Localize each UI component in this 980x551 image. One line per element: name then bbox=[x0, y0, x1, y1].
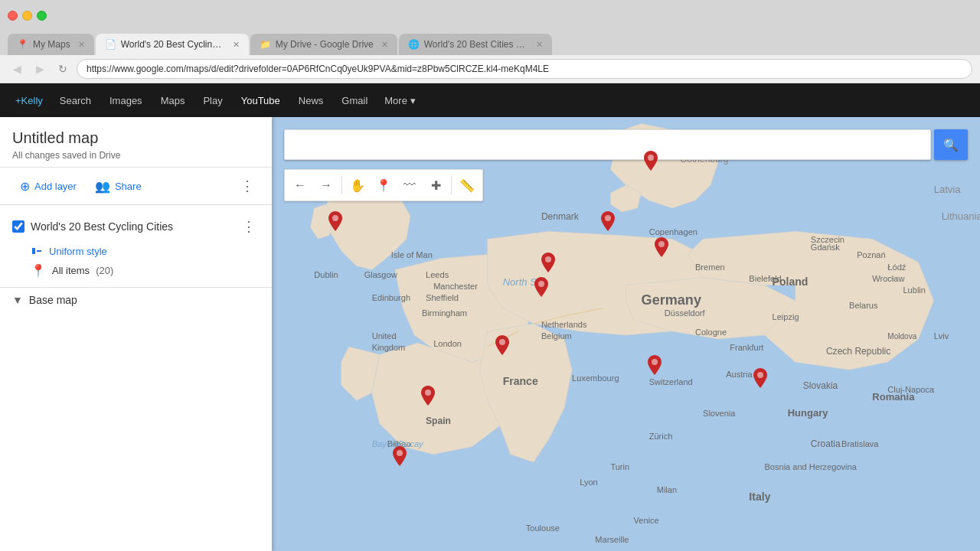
back-button[interactable]: ◀ bbox=[8, 60, 26, 78]
sidebar: Untitled map All changes saved in Drive … bbox=[0, 117, 272, 551]
marker-button[interactable]: 📍 bbox=[371, 173, 396, 197]
svg-text:Poznań: Poznań bbox=[857, 250, 885, 259]
ruler-button[interactable]: 📏 bbox=[455, 173, 479, 197]
svg-text:Sheffield: Sheffield bbox=[426, 293, 459, 302]
map-search-button[interactable]: 🔍 bbox=[934, 129, 968, 160]
pin-munich[interactable] bbox=[648, 355, 662, 378]
all-items-count: (20) bbox=[96, 265, 113, 276]
tab-close-cycling[interactable]: ✕ bbox=[233, 40, 240, 50]
svg-text:Kingdom: Kingdom bbox=[372, 343, 406, 352]
minimize-button[interactable] bbox=[22, 11, 32, 21]
all-items-row[interactable]: 📍 All items (20) bbox=[0, 260, 272, 281]
svg-text:Slovenia: Slovenia bbox=[703, 409, 736, 418]
add-layer-label: Add layer bbox=[34, 181, 77, 192]
undo-button[interactable]: ← bbox=[288, 173, 312, 197]
tab-drive[interactable]: 📁 My Drive - Google Drive ✕ bbox=[250, 34, 397, 55]
svg-text:Birmingham: Birmingham bbox=[422, 308, 467, 318]
redo-button[interactable]: → bbox=[314, 173, 338, 197]
tab-icon-drive: 📁 bbox=[260, 39, 271, 50]
tab-my-maps[interactable]: 📍 My Maps ✕ bbox=[8, 34, 94, 55]
svg-text:Łódź: Łódź bbox=[887, 262, 906, 272]
tab-title-drive: My Drive - Google Drive bbox=[276, 39, 374, 50]
maximize-button[interactable] bbox=[37, 11, 47, 21]
browser-chrome: 📍 My Maps ✕ 📄 World's 20 Best Cycling C.… bbox=[0, 0, 980, 83]
svg-text:Moldova: Moldova bbox=[887, 332, 916, 341]
svg-text:France: France bbox=[503, 375, 538, 387]
svg-text:Düsseldorf: Düsseldorf bbox=[665, 308, 706, 318]
map-search-input[interactable] bbox=[284, 129, 931, 160]
draw-button[interactable]: 〰 bbox=[397, 173, 422, 197]
svg-text:Cologne: Cologne bbox=[695, 328, 727, 337]
pin-berlin[interactable] bbox=[655, 237, 668, 260]
google-bar-user[interactable]: +Kelly bbox=[9, 92, 49, 109]
svg-text:Spain: Spain bbox=[426, 416, 451, 426]
svg-text:Latvia: Latvia bbox=[934, 184, 962, 195]
sidebar-actions: ⊕ Add layer 👥 Share ⋮ bbox=[0, 168, 272, 205]
saved-status: All changes saved in Drive bbox=[12, 150, 260, 161]
share-button[interactable]: 👥 Share bbox=[87, 174, 149, 198]
svg-text:Toulouse: Toulouse bbox=[526, 523, 560, 533]
title-bar bbox=[0, 0, 980, 31]
svg-text:Denmark: Denmark bbox=[541, 211, 580, 222]
tab-close-cities[interactable]: ✕ bbox=[536, 40, 543, 50]
google-bar-play[interactable]: Play bbox=[195, 92, 230, 109]
pin-copenhagen[interactable] bbox=[644, 151, 658, 174]
svg-text:Dublin: Dublin bbox=[314, 270, 338, 279]
style-icon bbox=[31, 245, 43, 257]
pin-paris[interactable] bbox=[495, 335, 509, 358]
reload-button[interactable]: ↻ bbox=[54, 60, 72, 78]
map-area[interactable]: Germany France Spain Poland Czech Republ… bbox=[272, 117, 980, 551]
pin-budapest[interactable] bbox=[753, 368, 767, 391]
pin-nantes[interactable] bbox=[421, 386, 435, 409]
svg-point-86 bbox=[757, 372, 763, 378]
measure-button[interactable]: ✚ bbox=[423, 173, 448, 197]
base-map-section[interactable]: ▼ Base map bbox=[0, 287, 272, 312]
google-bar-gmail[interactable]: Gmail bbox=[334, 92, 375, 109]
google-bar-images[interactable]: Images bbox=[102, 92, 150, 109]
tab-close-mymaps[interactable]: ✕ bbox=[78, 40, 85, 50]
svg-text:Luxembourg: Luxembourg bbox=[572, 373, 619, 383]
pin-hamburg[interactable] bbox=[601, 211, 615, 234]
google-bar-news[interactable]: News bbox=[291, 92, 332, 109]
toolbar-divider-2 bbox=[451, 176, 452, 194]
address-input[interactable] bbox=[77, 59, 972, 79]
svg-text:Croatia: Croatia bbox=[811, 439, 841, 449]
svg-point-85 bbox=[652, 359, 658, 365]
sidebar-more-button[interactable]: ⋮ bbox=[235, 174, 260, 198]
add-layer-button[interactable]: ⊕ Add layer bbox=[12, 174, 84, 198]
svg-text:Germany: Germany bbox=[642, 292, 701, 308]
forward-button[interactable]: ▶ bbox=[31, 60, 49, 78]
google-bar-search[interactable]: Search bbox=[52, 92, 99, 109]
google-bar-maps[interactable]: Maps bbox=[153, 92, 193, 109]
tab-cycling[interactable]: 📄 World's 20 Best Cycling C... ✕ bbox=[96, 34, 249, 55]
svg-point-78 bbox=[648, 155, 654, 161]
pin-dublin[interactable] bbox=[328, 211, 342, 234]
svg-text:Manchester: Manchester bbox=[433, 282, 478, 291]
svg-point-79 bbox=[605, 215, 611, 221]
pan-button[interactable]: ✋ bbox=[345, 173, 370, 197]
svg-point-81 bbox=[545, 256, 551, 262]
tab-close-drive[interactable]: ✕ bbox=[381, 40, 388, 50]
google-bar-youtube[interactable]: YouTube bbox=[234, 92, 288, 109]
svg-text:Bratislava: Bratislava bbox=[841, 439, 879, 448]
google-bar-more[interactable]: More ▾ bbox=[378, 92, 421, 109]
close-button[interactable] bbox=[8, 11, 18, 21]
window-controls bbox=[8, 11, 47, 21]
tab-icon-cycling: 📄 bbox=[105, 39, 116, 50]
pin-seville[interactable] bbox=[393, 446, 407, 469]
svg-text:Belgium: Belgium bbox=[541, 331, 572, 341]
svg-text:Lyon: Lyon bbox=[580, 478, 598, 487]
layer-title: World's 20 Best Cycling Cities bbox=[31, 220, 232, 233]
layer-more-button[interactable]: ⋮ bbox=[238, 216, 260, 237]
pin-rotterdam[interactable] bbox=[534, 277, 548, 300]
pin-amsterdam[interactable] bbox=[541, 253, 555, 276]
layer-checkbox[interactable] bbox=[12, 220, 24, 233]
uniform-style-label: Uniform style bbox=[49, 246, 107, 257]
svg-text:Edinburgh: Edinburgh bbox=[372, 293, 410, 302]
layer-header: World's 20 Best Cycling Cities ⋮ bbox=[0, 211, 272, 242]
tab-cities[interactable]: 🌐 World's 20 Best Cities For... ✕ bbox=[399, 34, 552, 55]
uniform-style-item[interactable]: Uniform style bbox=[0, 242, 272, 260]
address-bar-row: ◀ ▶ ↻ bbox=[0, 55, 980, 83]
svg-text:Hungary: Hungary bbox=[788, 407, 829, 419]
svg-text:Switzerland: Switzerland bbox=[649, 377, 693, 386]
